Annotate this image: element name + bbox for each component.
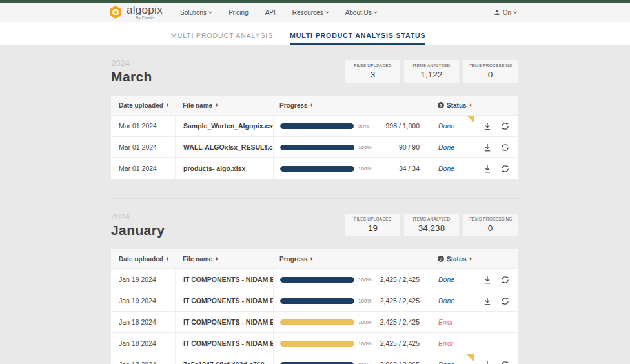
refresh-button[interactable] <box>501 276 509 284</box>
section-header: 2024 March FILES UPLOADED 3 ITEMS ANALYZ… <box>111 58 518 85</box>
refresh-icon <box>501 276 509 284</box>
stat-label: ITEMS PROCESSING <box>468 63 512 68</box>
items-count: 2,963 / 2,965 <box>380 361 420 364</box>
row-file-name: 7e5e1047-68af-403d-a769-... <box>175 354 273 364</box>
section-month: March <box>111 69 152 85</box>
sort-icon: ▲▼ <box>310 257 313 261</box>
algopix-logo[interactable]: algopix By Cluster <box>108 5 163 21</box>
column-header-date-uploaded[interactable]: Date uploaded▲▼ <box>119 102 175 109</box>
warning-corner-flag <box>467 354 474 361</box>
month-section: 2024 January FILES UPLOADED 19 ITEMS ANA… <box>111 212 518 364</box>
stat-label: ITEMS ANALYZED <box>413 217 451 221</box>
section-month: January <box>111 223 165 238</box>
table-row: Jan 18 2024 IT COMPONENTS - NIDAM E... 1… <box>111 311 518 332</box>
row-actions <box>474 269 518 290</box>
row-status: Error <box>429 312 474 332</box>
row-status: Done <box>429 137 474 157</box>
chevron-down-icon <box>325 10 329 14</box>
nav-item-resources[interactable]: Resources <box>284 9 337 16</box>
refresh-button[interactable] <box>501 361 509 364</box>
progress-bar-fill <box>280 123 354 129</box>
sections: 2024 March FILES UPLOADED 3 ITEMS ANALYZ… <box>111 58 518 364</box>
row-file-name: Sample_Worten_Algopix.csv <box>175 116 273 136</box>
refresh-button[interactable] <box>501 297 509 305</box>
row-file-name: WALL-ALGOxlsx_RESULT.csv <box>175 137 273 157</box>
tab-multi-product-analysis-status[interactable]: MULTI PRODUCT ANALYSIS STATUS <box>290 32 425 45</box>
refresh-button[interactable] <box>501 122 509 130</box>
progress-percent: 100% <box>358 277 371 283</box>
section-year: 2024 <box>111 58 152 68</box>
tab-bar: MULTI PRODUCT ANALYSIS MULTI PRODUCT ANA… <box>0 22 630 45</box>
table-row: Jan 17 2024 7e5e1047-68af-403d-a769-... … <box>111 354 518 364</box>
progress-bar-fill <box>280 166 354 172</box>
stat-card-files-uploaded: FILES UPLOADED 3 <box>345 59 401 83</box>
row-date: Mar 01 2024 <box>111 122 175 130</box>
column-header-file-name[interactable]: File name▲▼ <box>183 102 273 109</box>
download-button[interactable] <box>483 361 491 364</box>
stat-value-items-analyzed: 34,238 <box>418 223 445 233</box>
status-text: Done <box>438 165 454 172</box>
tab-multi-product-analysis[interactable]: MULTI PRODUCT ANALYSIS <box>171 32 273 45</box>
refresh-button[interactable] <box>501 143 509 152</box>
stat-value-items-processing: 0 <box>488 223 493 233</box>
download-icon <box>483 165 491 173</box>
row-file-name: IT COMPONENTS - NIDAM E... <box>175 290 273 311</box>
refresh-icon <box>501 361 509 364</box>
refresh-button[interactable] <box>501 165 509 173</box>
progress-percent: 99% <box>358 123 369 129</box>
col-label-date: Date uploaded <box>119 256 163 263</box>
sort-icon: ▲▼ <box>166 257 169 261</box>
table-body: Jan 19 2024 IT COMPONENTS - NIDAM E... 1… <box>111 268 518 364</box>
user-menu[interactable]: Ori <box>494 9 516 16</box>
nav-item-solutions[interactable]: Solutions <box>172 9 220 16</box>
download-button[interactable] <box>483 143 491 152</box>
column-header-file-name[interactable]: File name▲▼ <box>183 256 273 263</box>
chevron-down-icon <box>208 10 212 14</box>
row-date: Jan 18 2024 <box>111 318 175 326</box>
progress-bar-track <box>280 362 354 364</box>
row-actions <box>474 312 518 332</box>
download-button[interactable] <box>483 276 491 284</box>
section-divider <box>111 198 518 199</box>
row-status: Done <box>429 354 474 364</box>
status-text: Error <box>438 339 453 347</box>
table-row: Jan 19 2024 IT COMPONENTS - NIDAM E... 1… <box>111 268 518 290</box>
status-help-icon[interactable]: ? <box>438 102 444 108</box>
stat-card-items-analyzed: ITEMS ANALYZED 1,122 <box>403 59 460 83</box>
col-label-status: Status <box>447 256 467 263</box>
row-date: Mar 01 2024 <box>111 143 175 151</box>
row-actions <box>474 158 518 179</box>
sort-icon: ▲▼ <box>310 103 313 107</box>
download-button[interactable] <box>483 165 491 173</box>
column-header-status[interactable]: Status▲▼ <box>447 256 472 263</box>
items-count: 90 / 90 <box>399 143 420 151</box>
row-status: Done <box>429 116 474 136</box>
progress-bar-fill <box>280 319 354 325</box>
column-header-progress[interactable]: Progress▲▼ <box>279 256 313 263</box>
col-label-status: Status <box>447 102 467 109</box>
brand-name: algopix <box>127 5 163 15</box>
sort-icon: ▲▼ <box>469 103 472 107</box>
table-row: Mar 01 2024 Sample_Worten_Algopix.csv 99… <box>111 115 518 136</box>
nav-item-about-us[interactable]: About Us <box>337 9 385 16</box>
download-icon <box>483 297 491 305</box>
nav-item-api[interactable]: API <box>257 9 284 16</box>
download-icon <box>483 361 491 364</box>
download-button[interactable] <box>483 122 491 130</box>
column-header-status[interactable]: Status▲▼ <box>447 102 472 109</box>
status-text: Done <box>438 297 454 305</box>
sort-icon: ▲▼ <box>215 257 218 261</box>
stat-card-items-processing: ITEMS PROCESSING 0 <box>462 59 518 83</box>
column-header-progress[interactable]: Progress▲▼ <box>279 102 313 109</box>
uploads-table: Date uploaded▲▼ File name▲▼ Progress▲▼ ?… <box>111 249 518 364</box>
column-header-date-uploaded[interactable]: Date uploaded▲▼ <box>119 256 175 263</box>
download-button[interactable] <box>483 297 491 305</box>
nav-item-pricing[interactable]: Pricing <box>220 9 257 16</box>
progress-bar-track <box>280 341 354 347</box>
stat-card-items-processing: ITEMS PROCESSING 0 <box>462 213 518 237</box>
row-status: Error <box>429 333 474 354</box>
stat-value-items-processing: 0 <box>488 70 493 79</box>
row-progress: 100% 2,425 / 2,425 <box>273 333 429 354</box>
status-help-icon[interactable]: ? <box>438 256 444 262</box>
month-section: 2024 March FILES UPLOADED 3 ITEMS ANALYZ… <box>111 58 518 179</box>
